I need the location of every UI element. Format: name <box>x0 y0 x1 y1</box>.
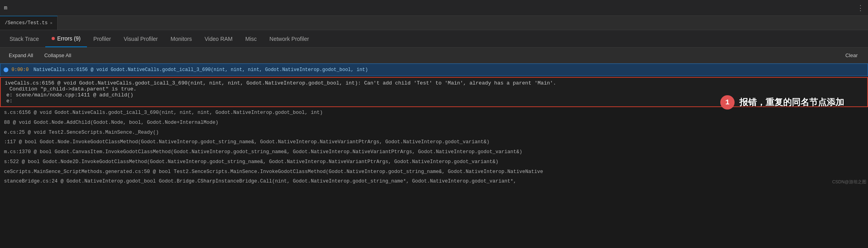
file-tab-label: /Sences/Test.ts <box>5 20 48 26</box>
error-bullet-icon <box>4 67 8 72</box>
tab-profiler-label: Profiler <box>93 36 111 42</box>
tab-visual-profiler-label: Visual Profiler <box>123 36 158 42</box>
tab-profiler[interactable]: Profiler <box>87 30 117 47</box>
annotation-text: 报错，重复的同名节点添加 <box>739 96 844 108</box>
collapse-all-button[interactable]: Collapse All <box>39 51 77 60</box>
tab-errors-label: Errors (9) <box>57 35 81 42</box>
tab-network-profiler-label: Network Profiler <box>270 36 309 42</box>
tab-monitors[interactable]: Monitors <box>164 30 199 47</box>
top-bar: m ⋮ <box>0 0 868 16</box>
error-time: 0:00:0 <box>12 67 29 73</box>
tab-visual-profiler[interactable]: Visual Profiler <box>117 30 164 47</box>
file-tab-bar: /Sences/Test.ts ✕ <box>0 16 868 30</box>
stack-line-2: e.cs:25 @ void Test2.SenceScripts.MainSe… <box>0 128 868 138</box>
error-dot-icon <box>52 37 55 40</box>
tab-misc-label: Misc <box>245 36 257 42</box>
annotation-badge: 1 <box>720 95 735 110</box>
tab-stack-trace[interactable]: Stack Trace <box>3 30 45 47</box>
error-header-text: NativeCalls.cs:6156 @ void Godot.NativeC… <box>33 67 368 73</box>
menu-dots-icon[interactable]: ⋮ <box>857 4 864 12</box>
stack-line-7: stanceBridge.cs:24 @ Godot.NativeInterop… <box>0 177 868 186</box>
error-main-line: iveCalls.cs:6156 @ void Godot.NativeCall… <box>5 80 863 86</box>
stack-line-5: s:522 @ bool Godot.Node2D.InvokeGodotCla… <box>0 157 868 167</box>
stack-area: s.cs:6156 @ void Godot.NativeCalls.godot… <box>0 108 868 186</box>
error-condition-line: Condition "p_child->data.parent" is true… <box>5 86 863 92</box>
tab-stack-trace-label: Stack Trace <box>10 36 39 42</box>
watermark: CSDN@游坦之图 <box>832 179 866 185</box>
tab-network-profiler[interactable]: Network Profiler <box>263 30 316 47</box>
tab-video-ram-label: Video RAM <box>204 36 233 42</box>
stack-line-4: m.cs:1370 @ bool Godot.CanvasItem.Invoke… <box>0 147 868 157</box>
annotation-overlay: 1 报错，重复的同名节点添加 <box>720 95 844 110</box>
window-title: m <box>4 5 7 11</box>
tab-monitors-label: Monitors <box>171 36 192 42</box>
expand-all-button[interactable]: Expand All <box>3 51 39 60</box>
toolbar: Expand All Collapse All Clear <box>0 48 868 63</box>
clear-button[interactable]: Clear <box>838 51 865 60</box>
stack-line-6: ceScripts.MainSence_ScriptMethods.genera… <box>0 167 868 177</box>
stack-line-1: 88 @ void Godot.Node.AddChild(Godot.Node… <box>0 118 868 128</box>
error-entry-header[interactable]: 0:00:0 NativeCalls.cs:6156 @ void Godot.… <box>0 63 868 76</box>
tab-video-ram[interactable]: Video RAM <box>198 30 239 47</box>
tab-errors[interactable]: Errors (9) <box>45 30 87 47</box>
stack-line-3: :117 @ bool Godot.Node.InvokeGodotClassM… <box>0 137 868 147</box>
tab-close-icon[interactable]: ✕ <box>50 21 52 25</box>
tab-misc[interactable]: Misc <box>239 30 263 47</box>
file-tab[interactable]: /Sences/Test.ts ✕ <box>0 16 58 30</box>
nav-tabs: Stack Trace Errors (9) Profiler Visual P… <box>0 30 868 48</box>
